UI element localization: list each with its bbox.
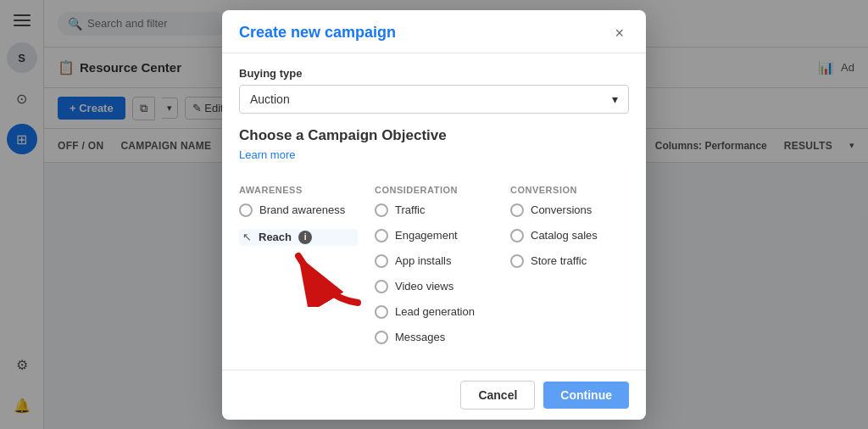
modal-footer: Cancel Continue bbox=[222, 370, 646, 420]
brand-awareness-item[interactable]: Brand awareness bbox=[239, 203, 358, 217]
awareness-column: Awareness Brand awareness ↖ Reach i bbox=[239, 185, 358, 356]
app-installs-item[interactable]: App installs bbox=[375, 254, 493, 268]
modal-header: Create new campaign × bbox=[222, 10, 646, 53]
catalog-sales-radio bbox=[510, 229, 524, 242]
consideration-column: Consideration Traffic Engagement App ins… bbox=[375, 185, 493, 356]
app-installs-label: App installs bbox=[395, 254, 451, 267]
store-traffic-radio bbox=[510, 254, 524, 268]
conversions-item[interactable]: Conversions bbox=[510, 203, 629, 217]
modal-body: Buying type Auction ▾ Choose a Campaign … bbox=[222, 53, 646, 370]
messages-label: Messages bbox=[395, 331, 445, 343]
messages-item[interactable]: Messages bbox=[375, 331, 493, 344]
engagement-radio bbox=[375, 229, 388, 242]
catalog-sales-label: Catalog sales bbox=[531, 229, 598, 242]
modal-title: Create new campaign bbox=[239, 24, 396, 42]
catalog-sales-item[interactable]: Catalog sales bbox=[510, 229, 629, 242]
conversions-radio bbox=[510, 203, 524, 217]
brand-awareness-label: Brand awareness bbox=[259, 203, 345, 216]
engagement-label: Engagement bbox=[395, 229, 458, 242]
campaign-objective-title: Choose a Campaign Objective bbox=[239, 127, 629, 144]
conversions-label: Conversions bbox=[531, 203, 592, 216]
reach-info-icon[interactable]: i bbox=[298, 231, 312, 244]
lead-generation-item[interactable]: Lead generation bbox=[375, 305, 493, 319]
video-views-label: Video views bbox=[395, 280, 453, 292]
app-installs-radio bbox=[375, 254, 388, 268]
store-traffic-label: Store traffic bbox=[531, 254, 587, 267]
video-views-item[interactable]: Video views bbox=[375, 280, 493, 293]
video-views-radio bbox=[375, 280, 388, 293]
overlay: Create new campaign × Buying type Auctio… bbox=[0, 0, 868, 429]
campaign-modal: Create new campaign × Buying type Auctio… bbox=[222, 10, 646, 420]
buying-type-dropdown[interactable]: Auction ▾ bbox=[239, 85, 629, 114]
brand-awareness-radio bbox=[239, 203, 253, 217]
cancel-button[interactable]: Cancel bbox=[460, 381, 535, 410]
conversion-column: Conversion Conversions Catalog sales Sto… bbox=[510, 185, 629, 356]
continue-button[interactable]: Continue bbox=[543, 382, 629, 409]
traffic-radio bbox=[375, 203, 388, 217]
buying-type-label: Buying type bbox=[239, 67, 629, 80]
conversion-header: Conversion bbox=[510, 185, 629, 195]
lead-generation-radio bbox=[375, 305, 388, 319]
messages-radio bbox=[375, 331, 388, 344]
close-button[interactable]: × bbox=[609, 24, 629, 42]
learn-more-link[interactable]: Learn more bbox=[239, 148, 295, 161]
reach-label: Reach bbox=[259, 231, 292, 243]
buying-type-value: Auction bbox=[250, 92, 290, 106]
traffic-item[interactable]: Traffic bbox=[375, 203, 493, 217]
traffic-label: Traffic bbox=[395, 203, 425, 216]
store-traffic-item[interactable]: Store traffic bbox=[510, 254, 629, 268]
lead-generation-label: Lead generation bbox=[395, 305, 475, 318]
consideration-header: Consideration bbox=[375, 185, 493, 195]
buying-type-arrow: ▾ bbox=[612, 92, 618, 106]
engagement-item[interactable]: Engagement bbox=[375, 229, 493, 242]
awareness-header: Awareness bbox=[239, 185, 358, 195]
reach-cursor-icon: ↖ bbox=[242, 231, 252, 243]
objectives-grid: Awareness Brand awareness ↖ Reach i Cons… bbox=[239, 185, 629, 356]
reach-item[interactable]: ↖ Reach i bbox=[239, 229, 358, 246]
